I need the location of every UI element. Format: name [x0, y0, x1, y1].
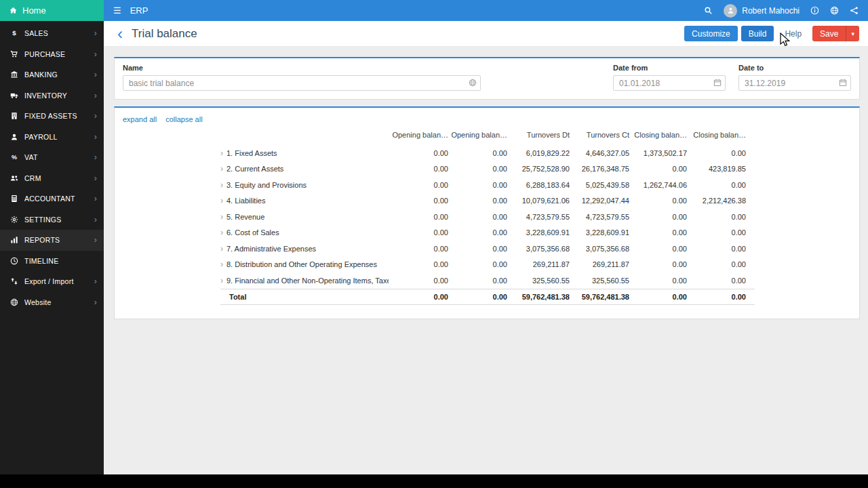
chevron-right-icon: ›: [94, 50, 97, 58]
chevron-right-icon[interactable]: ›: [220, 165, 223, 173]
sidebar-item-accountant[interactable]: ACCOUNTANT›: [0, 188, 104, 209]
sidebar-item-timeline[interactable]: TIMELINE: [0, 251, 104, 272]
row-value: 0.00: [389, 260, 448, 268]
row-value: 0.00: [448, 260, 507, 268]
home-label: Home: [22, 5, 46, 16]
row-value: 12,292,047.44: [570, 197, 629, 205]
back-button[interactable]: ‹: [117, 24, 123, 44]
sidebar-item-label: TIMELINE: [24, 257, 97, 265]
sidebar-item-inventory[interactable]: INVENTORY›: [0, 85, 104, 106]
calendar-icon[interactable]: [713, 77, 722, 89]
collapse-all-link[interactable]: collapse all: [165, 115, 202, 123]
sidebar-item-export-import[interactable]: Export / Import›: [0, 271, 104, 292]
report-table-head: Opening balan…Opening balan…Turnovers Dt…: [220, 126, 755, 144]
menu-icon[interactable]: ☰: [113, 5, 121, 16]
sidebar-item-fixed-assets[interactable]: FIXED ASSETS›: [0, 106, 104, 127]
search-icon[interactable]: [704, 6, 713, 15]
calendar-icon[interactable]: [839, 77, 847, 89]
sidebar-item-sales[interactable]: $SALES›: [0, 23, 104, 44]
sidebar-item-label: VAT: [24, 153, 94, 161]
sidebar-item-settings[interactable]: SETTINGS›: [0, 209, 104, 230]
table-links: expand all collapse all: [115, 114, 859, 126]
chart-icon: [9, 236, 19, 244]
row-value: 0.00: [448, 245, 507, 253]
sidebar-item-website[interactable]: Website›: [0, 292, 104, 313]
chevron-right-icon: ›: [94, 216, 97, 224]
chevron-right-icon[interactable]: ›: [220, 149, 223, 157]
sidebar-item-label: PAYROLL: [24, 133, 94, 141]
chevron-right-icon[interactable]: ›: [220, 228, 223, 237]
save-button-group: Save ▾: [812, 26, 859, 41]
row-value: 0.00: [629, 197, 687, 205]
sidebar-item-crm[interactable]: CRM›: [0, 168, 104, 189]
row-value: 4,646,327.05: [570, 149, 629, 157]
sidebar-item-label: BANKING: [24, 70, 94, 79]
chevron-right-icon[interactable]: ›: [220, 277, 223, 285]
clock-icon: [9, 257, 19, 265]
report-row: ›5. Revenue0.000.004,723,579.554,723,579…: [220, 209, 755, 225]
row-value: 0.00: [687, 213, 755, 221]
chevron-right-icon: ›: [94, 133, 97, 141]
save-dropdown-button[interactable]: ▾: [846, 26, 859, 41]
letterbox-bar: [0, 474, 868, 488]
chevron-right-icon[interactable]: ›: [220, 260, 223, 268]
chevron-right-icon[interactable]: ›: [220, 213, 223, 221]
sidebar-item-banking[interactable]: BANKING›: [0, 64, 104, 85]
date-from-input[interactable]: [613, 75, 726, 91]
column-header: Opening balan…: [389, 131, 448, 139]
building-icon: [9, 112, 19, 120]
sidebar-item-label: Export / Import: [24, 277, 94, 285]
translate-globe-icon[interactable]: [469, 77, 477, 89]
customize-button[interactable]: Customize: [684, 26, 738, 41]
help-button[interactable]: Help: [777, 26, 809, 41]
sidebar-item-vat[interactable]: %VAT›: [0, 147, 104, 168]
home-button[interactable]: Home: [0, 0, 104, 21]
total-value: 0.00: [687, 293, 755, 301]
sidebar-item-label: ACCOUNTANT: [24, 195, 94, 203]
row-value: 0.00: [389, 181, 448, 189]
share-icon[interactable]: [850, 6, 859, 15]
save-button[interactable]: Save: [812, 26, 846, 41]
row-value: 0.00: [629, 213, 687, 221]
date-from-label: Date from: [613, 64, 726, 72]
date-to-input[interactable]: [738, 75, 851, 91]
sidebar-item-purchase[interactable]: PURCHASE›: [0, 44, 104, 65]
avatar: [724, 4, 737, 18]
app-title: ERP: [130, 5, 149, 16]
user-menu[interactable]: Robert Mahochi: [724, 4, 800, 18]
build-button[interactable]: Build: [741, 26, 774, 41]
globe-icon: [9, 298, 19, 306]
chevron-right-icon: ›: [94, 298, 97, 306]
chevron-right-icon: ›: [94, 70, 97, 79]
chevron-right-icon[interactable]: ›: [220, 197, 223, 205]
info-icon[interactable]: [810, 6, 819, 15]
row-label: 1. Fixed Assets: [226, 149, 277, 157]
name-input[interactable]: [123, 75, 481, 91]
row-value: 0.00: [389, 245, 448, 253]
chevron-right-icon: ›: [94, 153, 97, 161]
report-row: ›8. Distribution and Other Operating Exp…: [220, 257, 755, 273]
main-panel: ‹ Trial balance Customize Build Help Sav…: [104, 21, 868, 474]
row-value: 0.00: [389, 228, 448, 237]
sidebar-item-label: FIXED ASSETS: [24, 112, 94, 120]
row-value: 423,819.85: [687, 165, 755, 173]
report-row: ›2. Current Assets0.000.0025,752,528.902…: [220, 161, 755, 178]
globe-icon[interactable]: [830, 6, 839, 15]
sidebar-item-reports[interactable]: REPORTS›: [0, 230, 104, 251]
column-header: Turnovers Ct: [570, 131, 629, 139]
date-to-label: Date to: [738, 64, 851, 72]
chevron-right-icon[interactable]: ›: [220, 181, 223, 189]
row-value: 0.00: [389, 213, 448, 221]
sidebar-item-label: INVENTORY: [24, 92, 94, 100]
chevron-right-icon[interactable]: ›: [220, 245, 223, 253]
row-value: 0.00: [687, 260, 755, 268]
header-actions: Customize Build Help Save ▾: [684, 26, 859, 41]
sidebar-item-payroll[interactable]: PAYROLL›: [0, 127, 104, 148]
topbar: Home ☰ ERP Robert Mahochi: [0, 0, 868, 21]
expand-all-link[interactable]: expand all: [123, 115, 157, 123]
report-row: ›4. Liabilities0.000.0010,079,621.0612,2…: [220, 193, 755, 209]
row-value: 0.00: [629, 228, 687, 237]
svg-text:$: $: [12, 29, 16, 37]
report-row: ›1. Fixed Assets0.000.006,019,829.224,64…: [220, 145, 755, 161]
report-row: ›7. Administrative Expenses0.000.003,075…: [220, 241, 755, 257]
